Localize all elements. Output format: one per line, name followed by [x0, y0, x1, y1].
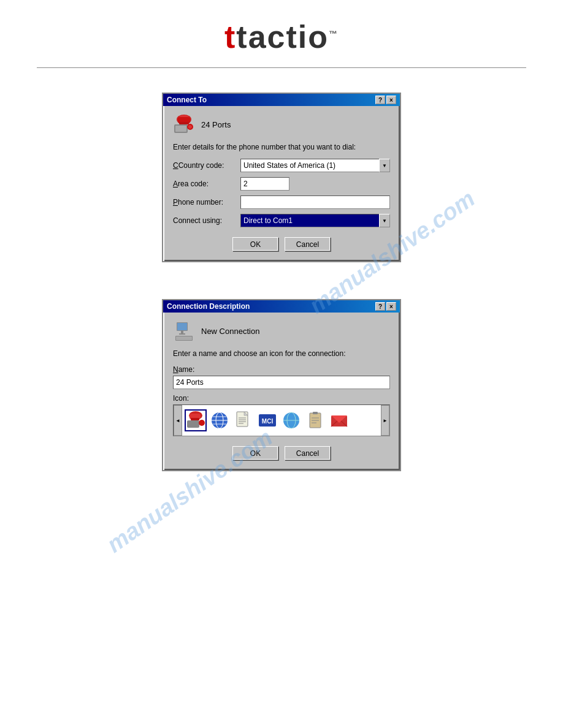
svg-rect-9 [177, 323, 187, 330]
dialog1-country-row: CCountry code: United States of America … [173, 159, 390, 172]
dialog1-connect-row: Connect using: Direct to Com1 ▼ [173, 214, 390, 227]
phone-icon-1 [186, 411, 205, 430]
dialog1-country-arrow[interactable]: ▼ [379, 159, 390, 172]
dialog2-body: New Connection Enter a name and choose a… [163, 313, 400, 470]
dialog1-titlebar-buttons: ? × [375, 96, 396, 104]
dialog2-cancel-button[interactable]: Cancel [285, 446, 331, 460]
dialog1-connect-arrow[interactable]: ▼ [379, 214, 390, 227]
svg-point-18 [199, 420, 205, 426]
dialog1-header-title: 24 Ports [201, 120, 231, 129]
dialog1-country-wrapper: United States of America (1) ▼ [240, 159, 390, 172]
computer-icon [173, 320, 195, 342]
dialog1-close-button[interactable]: × [386, 96, 396, 104]
dialog1-help-button[interactable]: ? [375, 96, 385, 104]
icon-item-4[interactable]: MCI [256, 409, 278, 431]
icon-item-1[interactable] [185, 409, 207, 431]
icon-scroll-right-button[interactable]: ► [381, 405, 389, 436]
icon-item-7[interactable] [328, 409, 350, 431]
icon-item-6[interactable] [304, 409, 326, 431]
svg-rect-11 [179, 333, 185, 335]
dialog1-title: Connect To [167, 96, 207, 104]
dialog1-buttons: OK Cancel [173, 237, 390, 251]
dialog1-cancel-button[interactable]: Cancel [285, 237, 331, 251]
logo: ttactio™ [0, 18, 563, 55]
dialog1-titlebar: Connect To ? × [163, 94, 400, 106]
dialog2-titlebar-buttons: ? × [375, 302, 396, 311]
dialog1-phone-input[interactable] [240, 195, 390, 209]
dialog1-area-input[interactable] [240, 177, 289, 191]
svg-rect-36 [313, 412, 318, 414]
icon-list: MCI [182, 407, 381, 434]
svg-rect-5 [179, 122, 189, 124]
dialog2-ok-button[interactable]: OK [232, 446, 278, 460]
logo-t: t [224, 19, 236, 55]
dialog1-ok-button[interactable]: OK [232, 237, 278, 251]
colored-globe-icon [282, 411, 301, 430]
dialog1-description: Enter details for the phone number that … [173, 143, 390, 151]
icon-item-5[interactable] [280, 409, 302, 431]
dialog2-title: Connection Description [167, 302, 250, 311]
dialog2-icon-section: Icon: ◄ [173, 394, 390, 436]
dialog1-connect-wrapper: Direct to Com1 ▼ [240, 214, 390, 227]
mail-icon [329, 411, 349, 430]
dialog2-icon-label: Icon: [173, 394, 390, 403]
dialog2-icon-strip: ◄ [173, 404, 390, 436]
dialog2-name-section: Name: [173, 365, 390, 389]
dialog1-area-label: Area code: [173, 180, 240, 188]
connect-to-dialog: Connect To ? × 24 [162, 93, 401, 262]
dialog1-phone-label: Phone number: [173, 198, 240, 207]
svg-text:MCI: MCI [262, 418, 274, 425]
dialog2-name-label: Name: [173, 365, 240, 374]
dialog1-area-row: Area code: [173, 177, 390, 191]
dialog2-titlebar: Connection Description ? × [163, 300, 400, 313]
icon-item-3[interactable] [232, 409, 255, 431]
clipboard-icon [305, 411, 325, 430]
dialog2-close-button[interactable]: × [386, 302, 396, 311]
phone-icon [173, 113, 195, 135]
svg-rect-1 [175, 126, 186, 132]
dialog2-help-button[interactable]: ? [375, 302, 385, 311]
dialog2-header-row: New Connection [173, 320, 390, 342]
dialog2-header-title: New Connection [201, 327, 259, 336]
globe-icon [210, 411, 229, 430]
dialog2-buttons: OK Cancel [173, 446, 390, 460]
dialog1-connect-label: Connect using: [173, 216, 240, 225]
svg-point-7 [188, 125, 192, 129]
dialog2-description: Enter a name and choose an icon for the … [173, 349, 390, 358]
dialog1-country-label: CCountry code: [173, 161, 240, 170]
dialog2-name-input[interactable] [173, 376, 390, 389]
svg-rect-10 [181, 331, 183, 333]
svg-rect-13 [176, 336, 192, 340]
dialog1-country-select[interactable]: United States of America (1) [240, 159, 390, 172]
content-area: Connect To ? × 24 [0, 68, 563, 496]
dialog1-header-row: 24 Ports [173, 113, 390, 135]
icon-item-2[interactable] [209, 409, 231, 431]
dialog1-connect-select[interactable]: Direct to Com1 [240, 214, 390, 227]
connection-description-dialog: Connection Description ? × New Connectio [162, 299, 401, 471]
page-header: ttactio™ [0, 0, 563, 67]
dialog1-body: 24 Ports Enter details for the phone num… [163, 106, 400, 261]
document-icon [234, 411, 253, 430]
trademark-symbol: ™ [329, 29, 339, 39]
dialog1-phone-row: Phone number: [173, 195, 390, 209]
svg-rect-14 [187, 420, 199, 428]
icon-scroll-left-button[interactable]: ◄ [174, 405, 182, 436]
mci-icon: MCI [258, 411, 277, 430]
svg-rect-17 [191, 418, 199, 420]
logo-text-rest: tactio [236, 19, 329, 55]
